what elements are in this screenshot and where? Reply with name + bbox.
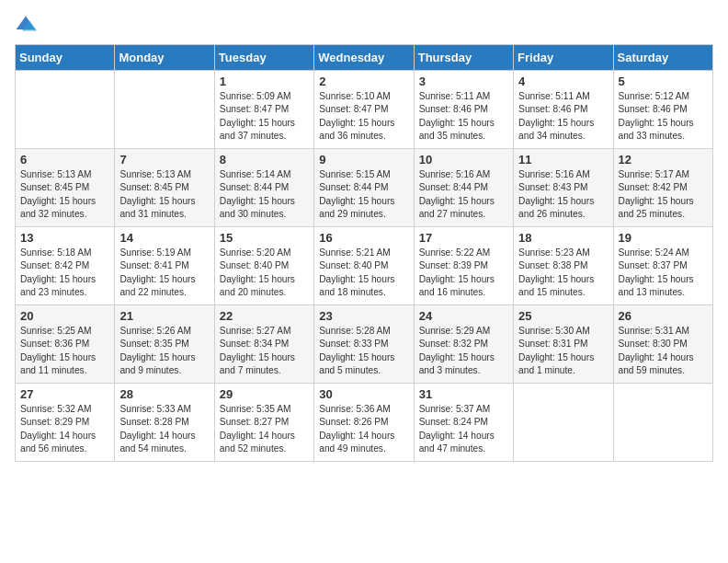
cell-sun-info: Sunrise: 5:27 AMSunset: 8:34 PMDaylight:… — [220, 325, 309, 377]
calendar-cell: 31Sunrise: 5:37 AMSunset: 8:24 PMDayligh… — [414, 384, 513, 462]
calendar-cell: 8Sunrise: 5:14 AMSunset: 8:44 PMDaylight… — [214, 149, 313, 227]
calendar-cell: 29Sunrise: 5:35 AMSunset: 8:27 PMDayligh… — [214, 384, 313, 462]
calendar-cell: 9Sunrise: 5:15 AMSunset: 8:44 PMDaylight… — [314, 149, 414, 227]
day-number: 31 — [419, 387, 508, 401]
calendar-cell: 13Sunrise: 5:18 AMSunset: 8:42 PMDayligh… — [16, 227, 115, 305]
calendar-cell — [115, 71, 214, 149]
day-number: 2 — [319, 75, 408, 88]
day-number: 8 — [220, 153, 309, 167]
calendar-week-row: 20Sunrise: 5:25 AMSunset: 8:36 PMDayligh… — [16, 305, 713, 384]
day-number: 6 — [20, 153, 109, 167]
weekday-header-monday: Monday — [115, 45, 214, 71]
weekday-header-friday: Friday — [514, 45, 613, 71]
calendar-cell: 28Sunrise: 5:33 AMSunset: 8:28 PMDayligh… — [115, 384, 214, 462]
day-number: 4 — [518, 75, 608, 88]
day-number: 19 — [619, 231, 708, 245]
calendar-cell: 21Sunrise: 5:26 AMSunset: 8:35 PMDayligh… — [115, 305, 214, 384]
cell-sun-info: Sunrise: 5:21 AMSunset: 8:40 PMDaylight:… — [319, 247, 408, 299]
day-number: 14 — [119, 231, 209, 245]
calendar-week-row: 6Sunrise: 5:13 AMSunset: 8:45 PMDaylight… — [16, 149, 713, 227]
day-number: 7 — [119, 153, 209, 167]
cell-sun-info: Sunrise: 5:10 AMSunset: 8:47 PMDaylight:… — [319, 90, 408, 143]
day-number: 22 — [220, 309, 309, 323]
cell-sun-info: Sunrise: 5:31 AMSunset: 8:30 PMDaylight:… — [619, 325, 708, 377]
day-number: 20 — [20, 309, 109, 323]
cell-sun-info: Sunrise: 5:15 AMSunset: 8:44 PMDaylight:… — [319, 168, 408, 221]
cell-sun-info: Sunrise: 5:16 AMSunset: 8:43 PMDaylight:… — [518, 168, 608, 221]
day-number: 13 — [20, 231, 109, 245]
weekday-header-row: SundayMondayTuesdayWednesdayThursdayFrid… — [16, 45, 713, 71]
day-number: 12 — [619, 153, 708, 167]
logo — [15, 15, 40, 37]
calendar-cell: 11Sunrise: 5:16 AMSunset: 8:43 PMDayligh… — [514, 149, 613, 227]
day-number: 3 — [419, 75, 508, 88]
cell-sun-info: Sunrise: 5:19 AMSunset: 8:41 PMDaylight:… — [119, 247, 209, 299]
cell-sun-info: Sunrise: 5:13 AMSunset: 8:45 PMDaylight:… — [20, 168, 109, 221]
cell-sun-info: Sunrise: 5:22 AMSunset: 8:39 PMDaylight:… — [419, 247, 508, 299]
cell-sun-info: Sunrise: 5:35 AMSunset: 8:27 PMDaylight:… — [220, 403, 309, 455]
calendar-table: SundayMondayTuesdayWednesdayThursdayFrid… — [15, 44, 713, 462]
cell-sun-info: Sunrise: 5:17 AMSunset: 8:42 PMDaylight:… — [619, 168, 708, 221]
cell-sun-info: Sunrise: 5:32 AMSunset: 8:29 PMDaylight:… — [20, 403, 109, 455]
calendar-cell: 4Sunrise: 5:11 AMSunset: 8:46 PMDaylight… — [514, 71, 613, 149]
cell-sun-info: Sunrise: 5:18 AMSunset: 8:42 PMDaylight:… — [20, 247, 109, 299]
calendar-cell: 5Sunrise: 5:12 AMSunset: 8:46 PMDaylight… — [613, 71, 712, 149]
calendar-week-row: 27Sunrise: 5:32 AMSunset: 8:29 PMDayligh… — [16, 384, 713, 462]
calendar-cell: 23Sunrise: 5:28 AMSunset: 8:33 PMDayligh… — [314, 305, 414, 384]
cell-sun-info: Sunrise: 5:16 AMSunset: 8:44 PMDaylight:… — [419, 168, 508, 221]
cell-sun-info: Sunrise: 5:29 AMSunset: 8:32 PMDaylight:… — [419, 325, 508, 377]
calendar-cell: 10Sunrise: 5:16 AMSunset: 8:44 PMDayligh… — [414, 149, 513, 227]
cell-sun-info: Sunrise: 5:37 AMSunset: 8:24 PMDaylight:… — [419, 403, 508, 455]
weekday-header-tuesday: Tuesday — [214, 45, 313, 71]
calendar-cell: 16Sunrise: 5:21 AMSunset: 8:40 PMDayligh… — [314, 227, 414, 305]
day-number: 25 — [518, 309, 608, 323]
calendar-cell — [514, 384, 613, 462]
weekday-header-saturday: Saturday — [613, 45, 712, 71]
cell-sun-info: Sunrise: 5:28 AMSunset: 8:33 PMDaylight:… — [319, 325, 408, 377]
calendar-cell: 12Sunrise: 5:17 AMSunset: 8:42 PMDayligh… — [613, 149, 712, 227]
cell-sun-info: Sunrise: 5:30 AMSunset: 8:31 PMDaylight:… — [518, 325, 608, 377]
day-number: 16 — [319, 231, 408, 245]
cell-sun-info: Sunrise: 5:26 AMSunset: 8:35 PMDaylight:… — [119, 325, 209, 377]
calendar-cell: 15Sunrise: 5:20 AMSunset: 8:40 PMDayligh… — [214, 227, 313, 305]
cell-sun-info: Sunrise: 5:13 AMSunset: 8:45 PMDaylight:… — [119, 168, 209, 221]
cell-sun-info: Sunrise: 5:11 AMSunset: 8:46 PMDaylight:… — [419, 90, 508, 143]
cell-sun-info: Sunrise: 5:11 AMSunset: 8:46 PMDaylight:… — [518, 90, 608, 143]
day-number: 21 — [119, 309, 209, 323]
cell-sun-info: Sunrise: 5:14 AMSunset: 8:44 PMDaylight:… — [220, 168, 309, 221]
day-number: 15 — [220, 231, 309, 245]
calendar-week-row: 13Sunrise: 5:18 AMSunset: 8:42 PMDayligh… — [16, 227, 713, 305]
weekday-header-sunday: Sunday — [16, 45, 115, 71]
calendar-cell: 19Sunrise: 5:24 AMSunset: 8:37 PMDayligh… — [613, 227, 712, 305]
day-number: 23 — [319, 309, 408, 323]
calendar-cell — [16, 71, 115, 149]
calendar-cell: 24Sunrise: 5:29 AMSunset: 8:32 PMDayligh… — [414, 305, 513, 384]
calendar-cell: 3Sunrise: 5:11 AMSunset: 8:46 PMDaylight… — [414, 71, 513, 149]
cell-sun-info: Sunrise: 5:12 AMSunset: 8:46 PMDaylight:… — [619, 90, 708, 143]
cell-sun-info: Sunrise: 5:20 AMSunset: 8:40 PMDaylight:… — [220, 247, 309, 299]
calendar-cell: 25Sunrise: 5:30 AMSunset: 8:31 PMDayligh… — [514, 305, 613, 384]
day-number: 18 — [518, 231, 608, 245]
calendar-cell: 26Sunrise: 5:31 AMSunset: 8:30 PMDayligh… — [613, 305, 712, 384]
day-number: 9 — [319, 153, 408, 167]
cell-sun-info: Sunrise: 5:36 AMSunset: 8:26 PMDaylight:… — [319, 403, 408, 455]
cell-sun-info: Sunrise: 5:23 AMSunset: 8:38 PMDaylight:… — [518, 247, 608, 299]
day-number: 1 — [220, 75, 309, 88]
calendar-cell: 30Sunrise: 5:36 AMSunset: 8:26 PMDayligh… — [314, 384, 414, 462]
calendar-cell: 7Sunrise: 5:13 AMSunset: 8:45 PMDaylight… — [115, 149, 214, 227]
day-number: 24 — [419, 309, 508, 323]
calendar-cell: 17Sunrise: 5:22 AMSunset: 8:39 PMDayligh… — [414, 227, 513, 305]
day-number: 26 — [619, 309, 708, 323]
day-number: 11 — [518, 153, 608, 167]
calendar-cell: 18Sunrise: 5:23 AMSunset: 8:38 PMDayligh… — [514, 227, 613, 305]
calendar-cell: 1Sunrise: 5:09 AMSunset: 8:47 PMDaylight… — [214, 71, 313, 149]
calendar-cell: 14Sunrise: 5:19 AMSunset: 8:41 PMDayligh… — [115, 227, 214, 305]
day-number: 30 — [319, 387, 408, 401]
calendar-week-row: 1Sunrise: 5:09 AMSunset: 8:47 PMDaylight… — [16, 71, 713, 149]
calendar-cell — [613, 384, 712, 462]
day-number: 17 — [419, 231, 508, 245]
calendar-cell: 20Sunrise: 5:25 AMSunset: 8:36 PMDayligh… — [16, 305, 115, 384]
weekday-header-thursday: Thursday — [414, 45, 513, 71]
logo-icon — [15, 15, 37, 37]
weekday-header-wednesday: Wednesday — [314, 45, 414, 71]
